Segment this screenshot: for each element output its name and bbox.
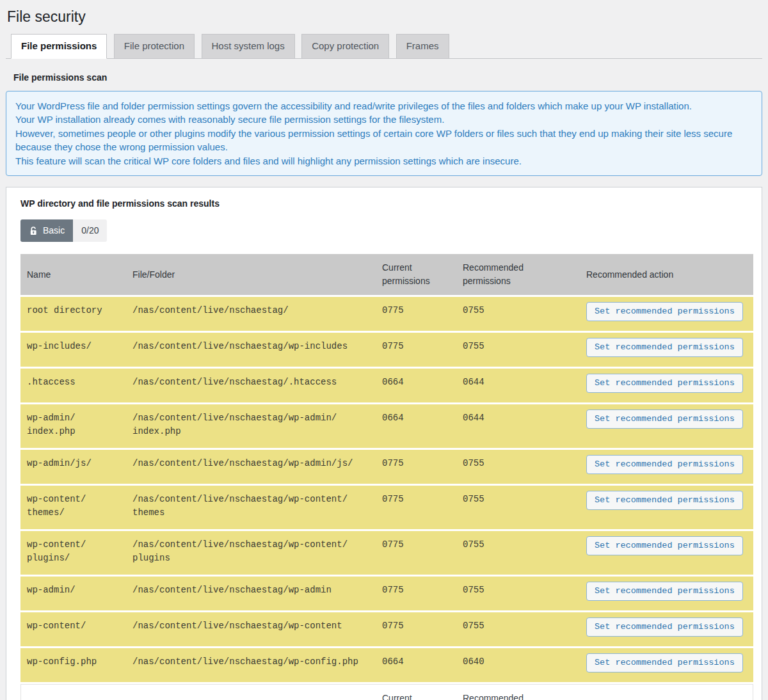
- tab-file-protection[interactable]: File protection: [114, 34, 195, 59]
- table-row: wp-content/ themes/ /nas/content/live/ns…: [20, 485, 753, 530]
- scan-results-card: WP directory and file permissions scan r…: [6, 187, 762, 700]
- security-level-badge: Basic 0/20: [20, 219, 107, 242]
- info-box: Your WordPress file and folder permissio…: [6, 91, 762, 176]
- row-recommended-permissions: 0640: [456, 648, 580, 683]
- tab-file-permissions[interactable]: File permissions: [11, 34, 107, 59]
- row-path: /nas/content/live/nschaestag/wp-config.p…: [126, 648, 376, 683]
- row-current-permissions: 0775: [376, 612, 456, 648]
- footer-col-recommended-permissions: Recommended permissions: [456, 683, 580, 700]
- row-path: /nas/content/live/nschaestag/wp-admin/ i…: [126, 404, 376, 449]
- set-recommended-permissions-button[interactable]: Set recommended permissions: [586, 374, 743, 393]
- info-line: However, sometimes people or other plugi…: [15, 127, 753, 154]
- table-row: wp-config.php /nas/content/live/nschaest…: [20, 648, 753, 683]
- row-path: /nas/content/live/nschaestag/wp-content/…: [126, 485, 376, 530]
- row-recommended-permissions: 0755: [456, 485, 580, 530]
- row-path: /nas/content/live/nschaestag/: [126, 296, 376, 332]
- section-heading: File permissions scan: [13, 72, 762, 83]
- footer-col-file-folder: File/Folder: [126, 683, 376, 700]
- row-recommended-permissions: 0755: [456, 449, 580, 485]
- set-recommended-permissions-button[interactable]: Set recommended permissions: [586, 338, 743, 357]
- set-recommended-permissions-button[interactable]: Set recommended permissions: [586, 582, 743, 601]
- row-name: wp-admin/: [20, 576, 126, 612]
- row-path: /nas/content/live/nschaestag/wp-admin/js…: [126, 449, 376, 485]
- row-current-permissions: 0775: [376, 576, 456, 612]
- row-current-permissions: 0775: [376, 449, 456, 485]
- row-recommended-permissions: 0755: [456, 530, 580, 576]
- tab-bar: File permissions File protection Host sy…: [6, 34, 762, 59]
- row-name: wp-admin/ index.php: [20, 404, 126, 449]
- row-name: root directory: [20, 296, 126, 332]
- row-current-permissions: 0775: [376, 332, 456, 368]
- info-line: This feature will scan the critical WP c…: [15, 154, 753, 168]
- set-recommended-permissions-button[interactable]: Set recommended permissions: [586, 536, 743, 555]
- table-row: root directory /nas/content/live/nschaes…: [20, 296, 753, 332]
- footer-col-name: Name: [20, 683, 126, 700]
- info-line: Your WordPress file and folder permissio…: [15, 99, 753, 113]
- row-name: wp-content/: [20, 612, 126, 648]
- row-recommended-permissions: 0755: [456, 296, 580, 332]
- row-name: wp-includes/: [20, 332, 126, 368]
- row-recommended-permissions: 0755: [456, 612, 580, 648]
- row-recommended-permissions: 0755: [456, 332, 580, 368]
- row-recommended-permissions: 0644: [456, 368, 580, 404]
- row-path: /nas/content/live/nschaestag/wp-content/…: [126, 530, 376, 576]
- row-current-permissions: 0664: [376, 648, 456, 683]
- table-row: wp-includes/ /nas/content/live/nschaesta…: [20, 332, 753, 368]
- row-name: wp-content/ plugins/: [20, 530, 126, 576]
- info-line: Your WP installation already comes with …: [15, 113, 753, 126]
- table-header-row: Name File/Folder Current permissions Rec…: [20, 254, 753, 296]
- open-padlock-icon: [29, 226, 38, 236]
- table-row: wp-content/ /nas/content/live/nschaestag…: [20, 612, 753, 648]
- col-header-name: Name: [20, 254, 126, 296]
- permissions-table: Name File/Folder Current permissions Rec…: [20, 254, 753, 700]
- row-current-permissions: 0775: [376, 530, 456, 576]
- row-recommended-permissions: 0755: [456, 576, 580, 612]
- col-header-recommended-action: Recommended action: [580, 254, 753, 296]
- tab-frames[interactable]: Frames: [396, 34, 449, 59]
- set-recommended-permissions-button[interactable]: Set recommended permissions: [586, 617, 743, 637]
- set-recommended-permissions-button[interactable]: Set recommended permissions: [586, 491, 743, 510]
- set-recommended-permissions-button[interactable]: Set recommended permissions: [586, 455, 743, 474]
- table-row: wp-admin/ /nas/content/live/nschaestag/w…: [20, 576, 753, 612]
- row-path: /nas/content/live/nschaestag/.htaccess: [126, 368, 376, 404]
- table-footer-row: Name File/Folder Current permissions Rec…: [20, 683, 753, 700]
- tab-copy-protection[interactable]: Copy protection: [301, 34, 389, 59]
- row-path: /nas/content/live/nschaestag/wp-content: [126, 612, 376, 648]
- row-name: wp-config.php: [20, 648, 126, 683]
- row-path: /nas/content/live/nschaestag/wp-includes: [126, 332, 376, 368]
- scan-results-heading: WP directory and file permissions scan r…: [20, 198, 753, 209]
- row-name: .htaccess: [20, 368, 126, 404]
- row-name: wp-content/ themes/: [20, 485, 126, 530]
- row-current-permissions: 0664: [376, 368, 456, 404]
- table-row: .htaccess /nas/content/live/nschaestag/.…: [20, 368, 753, 404]
- set-recommended-permissions-button[interactable]: Set recommended permissions: [586, 653, 743, 672]
- row-recommended-permissions: 0644: [456, 404, 580, 449]
- set-recommended-permissions-button[interactable]: Set recommended permissions: [586, 302, 743, 321]
- security-score: 0/20: [73, 219, 107, 242]
- table-row: wp-admin/js/ /nas/content/live/nschaesta…: [20, 449, 753, 485]
- page-title: File security: [6, 0, 762, 30]
- row-current-permissions: 0775: [376, 296, 456, 332]
- row-current-permissions: 0664: [376, 404, 456, 449]
- security-level-label: Basic: [20, 219, 73, 242]
- table-row: wp-content/ plugins/ /nas/content/live/n…: [20, 530, 753, 576]
- tab-host-system-logs[interactable]: Host system logs: [202, 34, 295, 59]
- row-name: wp-admin/js/: [20, 449, 126, 485]
- row-path: /nas/content/live/nschaestag/wp-admin: [126, 576, 376, 612]
- set-recommended-permissions-button[interactable]: Set recommended permissions: [586, 410, 743, 429]
- col-header-file-folder: File/Folder: [126, 254, 376, 296]
- footer-col-recommended-action: Recommended action: [580, 683, 753, 700]
- row-current-permissions: 0775: [376, 485, 456, 530]
- col-header-current-permissions: Current permissions: [376, 254, 456, 296]
- table-row: wp-admin/ index.php /nas/content/live/ns…: [20, 404, 753, 449]
- footer-col-current-permissions: Current permissions: [376, 683, 456, 700]
- col-header-recommended-permissions: Recommended permissions: [456, 254, 580, 296]
